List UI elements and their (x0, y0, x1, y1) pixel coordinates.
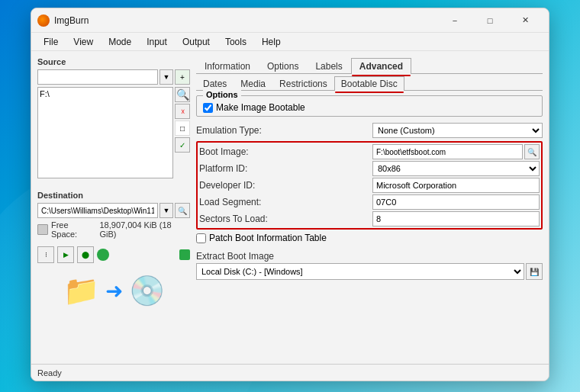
window-controls: − □ ✕ (437, 8, 543, 33)
menu-tools[interactable]: Tools (219, 35, 253, 49)
source-list: F:\ (37, 87, 173, 178)
free-space-value: 18,907,004 KiB (18 GiB) (99, 220, 190, 239)
record-button[interactable]: ⬤ (77, 246, 94, 263)
emulation-type-value: None (Custom) (372, 123, 543, 138)
status-green (179, 249, 190, 260)
patch-boot-label: Patch Boot Information Table (209, 233, 327, 243)
extract-section: Extract Boot Image Local Disk (C:) - [Wi… (196, 251, 543, 280)
tab-bootable-disc[interactable]: Bootable Disc (334, 76, 404, 91)
status-text: Ready (37, 368, 62, 378)
extract-row: Local Disk (C:) - [Windows] 💾 (196, 263, 543, 280)
source-list-wrapper: F:\ 🔍 ☓ □ ✓ (37, 87, 190, 182)
source-list-item: F:\ (40, 89, 171, 98)
destination-input-row: ▼ 🔍 (37, 203, 190, 218)
bottom-controls: ⁝ ▶ ⬤ (37, 246, 190, 263)
destination-path-input[interactable] (37, 203, 158, 218)
patch-boot-row: Patch Boot Information Table (196, 233, 543, 243)
move-down-button[interactable]: ✓ (175, 137, 190, 153)
source-label: Source (37, 57, 190, 66)
sectors-to-load-label: Sectors To Load: (199, 211, 366, 227)
developer-id-input[interactable] (372, 178, 540, 193)
disk-icon (37, 224, 48, 235)
load-segment-row: Load Segment: (199, 194, 540, 210)
destination-browse-button[interactable]: 🔍 (175, 203, 190, 218)
free-space-row: Free Space: 18,907,004 KiB (18 GiB) (37, 220, 190, 239)
boot-image-input[interactable] (372, 144, 523, 159)
tab-advanced[interactable]: Advanced (351, 58, 411, 74)
platform-id-label: Platform ID: (199, 161, 366, 176)
tab-information[interactable]: Information (196, 58, 259, 74)
tab-row-1: Information Options Labels Advanced (196, 57, 543, 74)
boot-image-label: Boot Image: (199, 144, 366, 159)
title-bar: ImgBurn − □ ✕ (31, 8, 549, 33)
load-segment-label: Load Segment: (199, 194, 366, 210)
arrow-icon: ➜ (105, 278, 123, 304)
make-bootable-label: Make Image Bootable (216, 102, 305, 113)
menu-input[interactable]: Input (140, 35, 173, 49)
boot-image-row: Boot Image: 🔍 (199, 144, 540, 159)
burn-icons: 📁 ➜ 💿 (37, 274, 190, 307)
menu-output[interactable]: Output (176, 35, 216, 49)
grid-view-button[interactable]: ⁝ (37, 246, 54, 263)
source-side-buttons: 🔍 ☓ □ ✓ (175, 87, 190, 182)
destination-section: Destination ▼ 🔍 Free Space: 18,907,004 K… (37, 191, 190, 239)
browse-button[interactable]: 🔍 (175, 87, 190, 102)
disc-icon: 💿 (129, 274, 165, 307)
emulation-type-select[interactable]: None (Custom) (372, 123, 543, 138)
tab-labels[interactable]: Labels (307, 58, 350, 74)
highlighted-fields-box: Boot Image: 🔍 Platform ID: 80x86 (196, 141, 543, 230)
patch-boot-checkbox[interactable] (196, 233, 206, 243)
right-panel: Information Options Labels Advanced Date… (196, 57, 543, 358)
extract-label: Extract Boot Image (196, 251, 543, 262)
cancel-source-button[interactable]: □ (175, 120, 190, 136)
emulation-row: Emulation Type: None (Custom) (196, 123, 543, 138)
tab-restrictions[interactable]: Restrictions (272, 76, 334, 91)
menu-file[interactable]: File (37, 35, 64, 49)
tab-dates[interactable]: Dates (196, 76, 234, 91)
app-icon (37, 14, 50, 27)
close-button[interactable]: ✕ (508, 8, 543, 33)
destination-label: Destination (37, 191, 190, 200)
make-bootable-checkbox[interactable] (203, 103, 213, 113)
make-bootable-row: Make Image Bootable (203, 102, 536, 113)
platform-id-select[interactable]: 80x86 (372, 161, 540, 176)
source-add-button[interactable]: + (175, 69, 190, 85)
maximize-button[interactable]: □ (472, 8, 508, 33)
developer-id-label: Developer ID: (199, 178, 366, 193)
options-legend: Options (203, 90, 241, 99)
boot-image-browse-button[interactable]: 🔍 (524, 144, 540, 159)
source-path-input[interactable] (37, 69, 158, 85)
extract-save-button[interactable]: 💾 (526, 263, 543, 280)
developer-id-value (372, 178, 540, 193)
sectors-to-load-input[interactable] (372, 211, 540, 227)
source-section: Source ▼ + F:\ 🔍 ☓ □ ✓ (37, 57, 190, 182)
extract-select[interactable]: Local Disk (C:) - [Windows] (196, 263, 524, 280)
boot-image-value: 🔍 (372, 144, 540, 159)
source-input-row: ▼ + (37, 69, 190, 85)
sectors-to-load-value (372, 211, 540, 227)
main-window: ImgBurn − □ ✕ File View Mode Input Outpu… (31, 8, 549, 381)
folder-icon: 📁 (63, 274, 99, 307)
platform-id-row: Platform ID: 80x86 (199, 161, 540, 176)
load-segment-input[interactable] (372, 194, 540, 210)
status-bar: Ready (31, 364, 549, 381)
load-segment-value (372, 194, 540, 210)
tab-media[interactable]: Media (234, 76, 272, 91)
menu-view[interactable]: View (67, 35, 99, 49)
destination-dropdown-button[interactable]: ▼ (160, 203, 173, 218)
play-button[interactable]: ▶ (57, 246, 74, 263)
eject-button[interactable]: ☓ (175, 104, 190, 119)
tab-options[interactable]: Options (259, 58, 307, 74)
left-panel: Source ▼ + F:\ 🔍 ☓ □ ✓ (37, 57, 190, 358)
tab-row-2: Dates Media Restrictions Bootable Disc (196, 76, 543, 91)
menu-mode[interactable]: Mode (102, 35, 137, 49)
window-title: ImgBurn (54, 15, 437, 26)
minimize-button[interactable]: − (437, 8, 472, 33)
menu-help[interactable]: Help (256, 35, 287, 49)
main-content: Source ▼ + F:\ 🔍 ☓ □ ✓ (31, 51, 549, 364)
sectors-row: Sectors To Load: (199, 211, 540, 227)
menu-bar: File View Mode Input Output Tools Help (31, 33, 549, 51)
options-group: Options Make Image Bootable (196, 95, 543, 117)
developer-id-row: Developer ID: (199, 178, 540, 193)
source-dropdown-button[interactable]: ▼ (160, 69, 173, 85)
